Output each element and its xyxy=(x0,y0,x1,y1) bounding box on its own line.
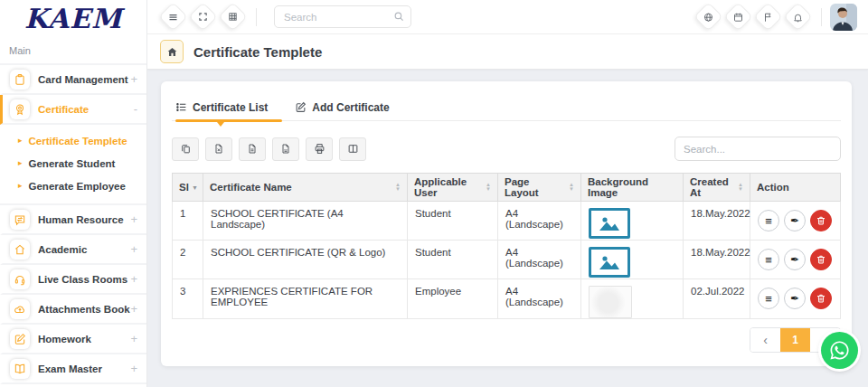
content-area: Certificate List Add Certificate xyxy=(147,70,868,387)
image-thumbnail-icon xyxy=(589,247,630,278)
menu-toggle-button[interactable] xyxy=(158,2,188,32)
sidebar-item-label: Attachments Book xyxy=(38,304,130,315)
sidebar-item-label: Human Resource xyxy=(38,214,124,225)
notifications-button[interactable] xyxy=(783,2,813,32)
row-delete-button[interactable] xyxy=(810,249,832,270)
trash-icon xyxy=(816,254,826,265)
tab-certificate-list[interactable]: Certificate List xyxy=(175,94,268,120)
home-button[interactable] xyxy=(160,40,184,63)
collapse-toggle: - xyxy=(134,102,137,116)
fullscreen-button[interactable] xyxy=(188,2,218,32)
column-header-action[interactable]: Action xyxy=(750,174,841,202)
calendar-button[interactable] xyxy=(723,2,753,32)
table-header-row: Sl▼ Certificate Name▲▼ Applicable User▲▼… xyxy=(173,174,841,202)
table-row: 3 EXPRIENCES CERTIFICATE FOR EMPLOYEE Em… xyxy=(173,279,841,319)
breadcrumb-bar: Certificate Templete xyxy=(147,34,868,70)
pencil-square-icon xyxy=(10,329,30,349)
global-search-input[interactable] xyxy=(274,5,411,28)
sidebar-item-live-class-rooms[interactable]: Live Class Rooms + xyxy=(0,265,146,295)
language-button[interactable] xyxy=(693,2,723,32)
row-edit-button[interactable]: ✒ xyxy=(784,288,806,309)
row-edit-button[interactable]: ✒ xyxy=(784,249,806,270)
cell-background-image xyxy=(581,241,684,279)
expand-toggle: + xyxy=(130,302,137,316)
menu-icon xyxy=(168,12,179,23)
grid-icon xyxy=(228,12,238,22)
row-delete-button[interactable] xyxy=(810,210,832,231)
column-header-background-image[interactable]: Background Image xyxy=(581,174,684,202)
sidebar-item-attachments-book[interactable]: Attachments Book + xyxy=(0,295,146,325)
sidebar-item-academic[interactable]: Academic + xyxy=(0,235,146,265)
row-edit-button[interactable]: ✒ xyxy=(784,210,806,231)
pagination-prev-button[interactable]: ‹ xyxy=(750,328,780,352)
row-details-button[interactable]: ≡ xyxy=(758,249,779,270)
print-icon xyxy=(314,143,326,155)
edit-icon xyxy=(295,101,307,113)
cell-action: ≡ ✒ xyxy=(750,241,841,279)
report-flag-button[interactable] xyxy=(753,2,783,32)
sidebar-section-label: Main xyxy=(9,45,146,56)
column-header-certificate-name[interactable]: Certificate Name▲▼ xyxy=(203,174,408,202)
pagination-page-1[interactable]: 1 xyxy=(780,328,810,352)
sidebar-subitem-generate-student[interactable]: ▸ Generate Student xyxy=(0,152,146,175)
sort-icon: ▲▼ xyxy=(395,183,401,192)
top-header-bar xyxy=(147,0,868,34)
column-header-sl[interactable]: Sl▼ xyxy=(173,174,203,202)
cell-applicable-user: Employee xyxy=(408,279,498,319)
cell-created-at: 18.May.2022 xyxy=(684,202,750,241)
faded-certificate-thumbnail xyxy=(589,286,632,318)
sidebar-subitem-certificate-templete[interactable]: ▸ Certificate Templete xyxy=(0,129,146,152)
file-excel-icon xyxy=(213,143,224,155)
file-pdf-icon xyxy=(280,143,291,155)
column-header-created-at[interactable]: Created At▲▼ xyxy=(684,174,750,202)
brand-logo[interactable]: KAEM xyxy=(0,0,146,34)
certificates-table: Sl▼ Certificate Name▲▼ Applicable User▲▼… xyxy=(172,173,841,319)
user-avatar[interactable] xyxy=(830,4,857,31)
export-excel-button[interactable] xyxy=(205,137,232,161)
sidebar-item-exam-master[interactable]: Exam Master + xyxy=(0,354,146,384)
sidebar-item-card-management[interactable]: Card Management + xyxy=(0,65,146,95)
fullscreen-icon xyxy=(198,12,208,22)
whatsapp-button[interactable] xyxy=(821,332,858,369)
row-details-button[interactable]: ≡ xyxy=(758,288,779,309)
export-csv-button[interactable] xyxy=(239,137,266,161)
list-icon xyxy=(175,101,187,113)
export-pdf-button[interactable] xyxy=(272,137,299,161)
tab-add-certificate[interactable]: Add Certificate xyxy=(295,94,389,120)
sort-icon: ▲▼ xyxy=(569,183,574,192)
arrow-bullet-icon: ▸ xyxy=(18,159,23,167)
certificate-card: Certificate List Add Certificate xyxy=(161,81,852,366)
cell-action: ≡ ✒ xyxy=(750,202,841,241)
sidebar-item-label: Certificate xyxy=(38,104,89,115)
table-search-input[interactable] xyxy=(675,137,841,161)
divider xyxy=(256,8,257,26)
home-outline-icon xyxy=(10,240,30,260)
sidebar-subitem-generate-employee[interactable]: ▸ Generate Employee xyxy=(0,175,146,197)
copy-button[interactable] xyxy=(172,137,199,161)
pen-icon: ✒ xyxy=(790,214,799,227)
sidebar-item-human-resource[interactable]: Human Resource + xyxy=(0,205,146,235)
sidebar-item-homework[interactable]: Homework + xyxy=(0,325,146,354)
tabs-row: Certificate List Add Certificate xyxy=(172,81,841,121)
row-details-button[interactable]: ≡ xyxy=(758,210,779,231)
sidebar-item-certificate[interactable]: Certificate - xyxy=(0,95,146,125)
cell-background-image xyxy=(581,202,684,241)
sort-icon: ▲▼ xyxy=(738,183,743,192)
expand-toggle: + xyxy=(130,242,137,256)
home-icon xyxy=(166,46,178,58)
row-delete-button[interactable] xyxy=(810,288,832,309)
file-csv-icon xyxy=(247,143,258,155)
column-visibility-button[interactable] xyxy=(339,137,366,161)
apps-grid-button[interactable] xyxy=(218,2,248,32)
cell-certificate-name: EXPRIENCES CERTIFICATE FOR EMPLOYEE xyxy=(203,279,408,319)
bell-icon xyxy=(793,12,804,23)
print-button[interactable] xyxy=(306,137,333,161)
image-thumbnail-icon xyxy=(589,208,630,239)
open-book-icon xyxy=(10,359,30,379)
cell-sl: 3 xyxy=(173,279,203,319)
column-header-applicable-user[interactable]: Applicable User▲▼ xyxy=(408,174,498,202)
columns-icon xyxy=(347,143,359,155)
cell-created-at: 02.Jul.2022 xyxy=(684,279,750,319)
search-icon xyxy=(393,10,405,26)
column-header-page-layout[interactable]: Page Layout▲▼ xyxy=(498,174,581,202)
